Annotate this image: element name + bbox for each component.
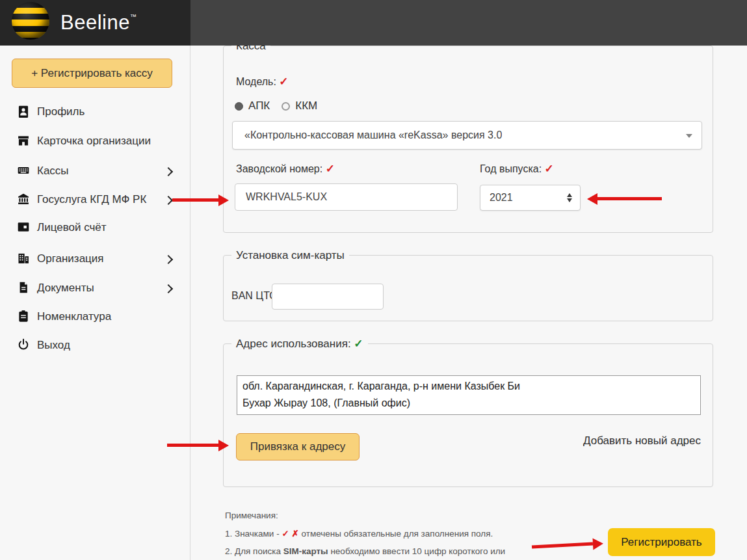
serial-number-input[interactable] [235, 183, 458, 211]
storefront-icon [17, 134, 30, 147]
sidebar-item-profile[interactable]: Профиль [0, 104, 185, 121]
model-select-value: «Контрольно-кассовая машина «reKassa» ве… [233, 129, 502, 141]
radio-apk[interactable] [235, 102, 243, 111]
cash-register-icon [17, 164, 30, 177]
note-1: 1. Значками - ✓ ✗ отмечены обязательные … [225, 528, 493, 539]
note-check-icon: ✓ [282, 529, 289, 539]
annotation-arrow-to-year-select [597, 197, 662, 200]
nomenclature-clipboard-icon [17, 310, 30, 323]
documents-icon [17, 281, 30, 294]
address-textarea[interactable]: обл. Карагандинская, г. Караганда, р-н и… [237, 375, 701, 415]
sidebar-item-gov-service[interactable]: Госуслуга КГД МФ РК [0, 192, 185, 209]
note-x-icon: ✗ [291, 529, 298, 539]
profile-icon [17, 105, 30, 118]
address-valid-check-icon: ✓ [354, 338, 363, 350]
notes-title: Примечания: [225, 511, 278, 520]
note-2: 2. Для поиска SIM-карты необходимо ввест… [225, 546, 505, 556]
chevron-right-icon [164, 255, 173, 264]
radio-apk-label: АПК [248, 100, 270, 113]
model-select[interactable]: «Контрольно-кассовая машина «reKassa» ве… [232, 121, 702, 150]
beeline-logo-icon [12, 2, 49, 40]
ban-cto-input[interactable] [272, 284, 384, 310]
year-select[interactable]: 2021 [480, 185, 581, 211]
add-new-address-link[interactable]: Добавить новый адрес [583, 434, 701, 447]
year-select-value: 2021 [480, 192, 513, 204]
sidebar-item-documents[interactable]: Документы [0, 280, 185, 297]
logo-block: Beeline ™ [0, 0, 190, 46]
radio-kkm-label: ККМ [295, 100, 317, 113]
sidebar-item-logout[interactable]: Выход [0, 338, 185, 354]
annotation-arrow-to-bind-address-button [167, 444, 218, 447]
government-bank-icon [17, 193, 30, 206]
logout-power-icon [17, 338, 30, 351]
chevron-right-icon [164, 284, 173, 293]
register-cashbox-button[interactable]: + Регистрировать кассу [12, 59, 172, 88]
trademark-mark: ™ [130, 13, 137, 20]
serial-label: Заводской номер: ✓ [236, 162, 335, 176]
brand-name: Beeline [60, 11, 130, 34]
chevron-right-icon [164, 167, 173, 176]
sidebar-item-org-card[interactable]: Карточка организации [0, 133, 185, 150]
year-required-check-icon: ✓ [545, 163, 554, 175]
sim-legend: Установка сим-карты [231, 248, 349, 262]
kassa-fieldset: Касса Модель: ✓ АПК ККМ «Контрольно-касс… [223, 46, 713, 233]
address-legend: Адрес использования: ✓ [231, 337, 368, 351]
address-fieldset: Адрес использования: ✓ обл. Карагандинск… [223, 343, 713, 487]
model-label: Модель: ✓ [236, 75, 289, 88]
app-screen: Касса Модель: ✓ АПК ККМ «Контрольно-касс… [0, 0, 747, 560]
organization-building-icon [17, 252, 30, 265]
annotation-arrow-to-register-button [532, 542, 593, 549]
radio-kkm[interactable] [282, 102, 290, 111]
register-submit-button[interactable]: Регистрировать [608, 528, 715, 556]
account-card-icon [17, 220, 30, 233]
model-type-radio-group: АПК ККМ [235, 100, 324, 113]
bind-to-address-button[interactable]: Привязка к адресу [236, 433, 360, 460]
spinner-updown-icon [567, 193, 572, 202]
sidebar-item-nomenclature[interactable]: Номенклатура [0, 309, 185, 326]
sidebar-item-cashboxes[interactable]: Кассы [0, 163, 185, 180]
year-label: Год выпуска: ✓ [480, 162, 554, 176]
annotation-arrow-to-serial-input [172, 198, 218, 202]
chevron-right-icon [164, 196, 173, 205]
sidebar-item-organization[interactable]: Организация [0, 251, 185, 268]
sidebar: + Регистрировать кассу Профиль Карточка … [0, 46, 190, 560]
chevron-down-icon [686, 134, 692, 138]
sidebar-item-personal-account[interactable]: Лицевой счёт [0, 220, 185, 237]
sim-fieldset: Установка сим-карты BAN ЦТО: [223, 255, 713, 321]
model-required-check-icon: ✓ [279, 75, 288, 88]
top-header-bar: Beeline ™ [0, 0, 747, 46]
serial-required-check-icon: ✓ [326, 163, 335, 175]
